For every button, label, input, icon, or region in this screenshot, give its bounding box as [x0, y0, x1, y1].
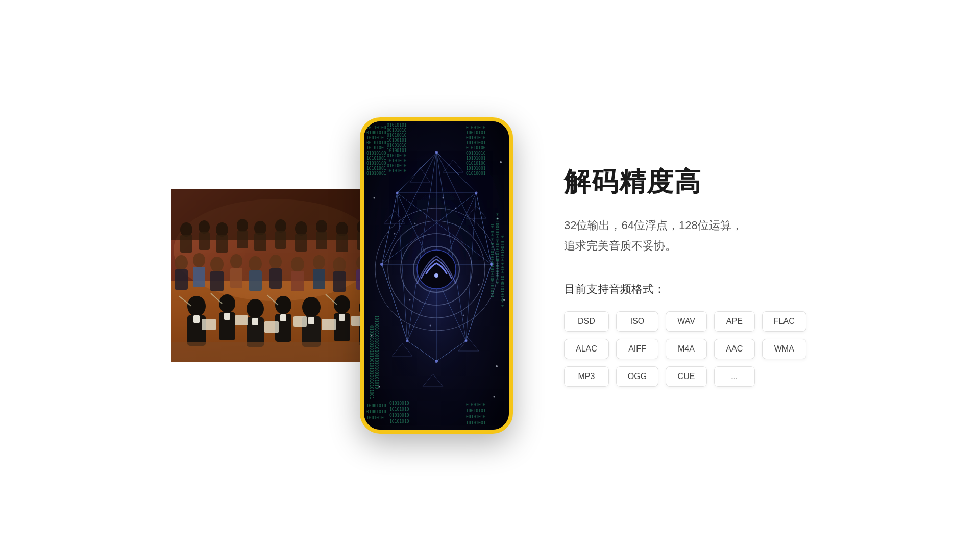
svg-text:10010101: 10010101: [466, 131, 486, 135]
svg-point-153: [443, 197, 444, 199]
svg-point-145: [380, 263, 383, 266]
svg-point-170: [500, 161, 502, 163]
svg-text:10101001: 10101001: [466, 421, 486, 425]
svg-point-150: [455, 208, 457, 209]
svg-text:10110100: 10110100: [366, 126, 386, 130]
svg-text:010100101010010101001010100101: 010100101010010101001010100101: [495, 213, 499, 287]
svg-point-152: [463, 315, 464, 316]
svg-point-148: [435, 360, 438, 363]
format-badge-iso: ISO: [616, 311, 658, 332]
svg-point-172: [497, 218, 499, 219]
svg-point-141: [435, 151, 438, 154]
svg-text:10100101: 10100101: [387, 138, 407, 143]
svg-point-144: [490, 263, 493, 266]
svg-text:01010001: 01010001: [366, 171, 386, 176]
right-content: 解码精度高 32位输出，64位浮点，128位运算， 追求完美音质不妥协。 目前支…: [513, 164, 809, 386]
svg-text:01010100: 01010100: [366, 151, 386, 156]
svg-text:01010010: 01010010: [389, 401, 409, 406]
format-badge-more: ...: [714, 366, 755, 387]
svg-point-173: [503, 299, 505, 301]
svg-text:01010100: 01010100: [466, 161, 486, 166]
svg-text:10010101: 10010101: [366, 136, 386, 140]
svg-point-149: [414, 223, 416, 224]
svg-text:10010101: 10010101: [466, 409, 486, 413]
svg-point-155: [394, 233, 396, 235]
format-badge-alac: ALAC: [564, 339, 609, 359]
svg-text:00101010: 00101010: [466, 415, 486, 419]
format-badge-aac: AAC: [714, 339, 755, 359]
format-badge-cue: CUE: [666, 366, 707, 387]
format-badge-flac: FLAC: [762, 311, 806, 332]
svg-text:10101001: 10101001: [366, 166, 386, 171]
svg-text:10101001: 10101001: [466, 166, 486, 171]
svg-text:01010100: 01010100: [366, 161, 386, 166]
svg-text:10101010: 10101010: [389, 407, 409, 412]
svg-text:10101010: 10101010: [387, 159, 407, 163]
svg-text:101001010010101001010100101010: 101001010010101001010100101010: [374, 315, 379, 389]
format-badge-mp3: MP3: [564, 366, 609, 387]
svg-text:01001010: 01001010: [466, 403, 486, 407]
svg-text:01010010: 01010010: [389, 413, 409, 418]
svg-text:101001010010101001010100101010: 101001010010101001010100101010: [489, 223, 494, 297]
svg-point-151: [409, 299, 411, 301]
formats-title: 目前支持音频格式：: [564, 282, 809, 297]
svg-text:00101010: 00101010: [387, 128, 407, 133]
format-badge-wma: WMA: [762, 339, 806, 359]
svg-text:00101010: 00101010: [466, 136, 486, 140]
svg-text:01010101: 01010101: [387, 123, 407, 128]
format-badge-ogg: OGG: [616, 366, 658, 387]
phone-mockup: 10110100 01001010 10010101 00101010 1010…: [360, 117, 513, 434]
format-badge-m4a: M4A: [666, 339, 707, 359]
svg-text:10101001: 10101001: [466, 156, 486, 161]
svg-point-147: [406, 340, 409, 342]
svg-text:01010010: 01010010: [387, 133, 407, 138]
svg-text:01001010: 01001010: [366, 410, 386, 414]
description-line2: 追求完美音质不妥协。: [564, 236, 809, 256]
svg-text:01010010: 01010010: [387, 164, 407, 168]
svg-point-156: [478, 284, 480, 286]
svg-point-162: [434, 273, 438, 278]
format-badge-dsd: DSD: [564, 311, 609, 332]
svg-text:00101010: 00101010: [366, 141, 386, 145]
svg-text:010101001010100101010010101001: 010101001010100101010010101001: [369, 325, 374, 399]
svg-text:00101010: 00101010: [466, 151, 486, 156]
svg-text:10101010: 10101010: [387, 169, 407, 173]
phone-screen: 10110100 01001010 10010101 00101010 1010…: [364, 121, 509, 430]
svg-rect-76: [171, 189, 380, 362]
svg-text:10101001: 10101001: [466, 141, 486, 145]
svg-point-175: [496, 365, 498, 367]
svg-point-171: [374, 197, 375, 199]
svg-text:10101001: 10101001: [366, 156, 386, 161]
svg-text:10101001: 10101001: [366, 146, 386, 151]
description: 32位输出，64位浮点，128位运算， 追求完美音质不妥协。: [564, 215, 809, 256]
svg-text:01001010: 01001010: [466, 126, 486, 130]
svg-point-174: [371, 335, 373, 337]
svg-text:01001010: 01001010: [387, 143, 407, 148]
svg-text:10001010: 10001010: [366, 404, 386, 408]
svg-point-143: [396, 192, 399, 194]
svg-text:10010101: 10010101: [366, 416, 386, 420]
orchestra-image: [171, 189, 380, 362]
content-wrapper: 10110100 01001010 10010101 00101010 1010…: [0, 117, 980, 434]
svg-point-177: [494, 396, 495, 398]
svg-text:01001010: 01001010: [366, 131, 386, 135]
svg-text:01010100: 01010100: [466, 146, 486, 151]
main-title: 解码精度高: [564, 164, 809, 200]
format-badge-ape: APE: [714, 311, 755, 332]
svg-text:10101010: 10101010: [389, 419, 409, 424]
svg-text:10100101: 10100101: [387, 148, 407, 153]
svg-point-142: [475, 192, 478, 194]
format-grid: DSD ISO WAV APE FLAC ALAC AIFF M4A AAC W…: [564, 311, 806, 387]
svg-text:01010001: 01010001: [466, 171, 486, 176]
main-container: 10110100 01001010 10010101 00101010 1010…: [0, 0, 980, 551]
svg-text:101010010101001010100101010010: 101010010101001010100101010010: [500, 234, 504, 308]
svg-point-154: [430, 325, 431, 327]
description-line1: 32位输出，64位浮点，128位运算，: [564, 215, 809, 236]
svg-text:01010010: 01010010: [387, 154, 407, 158]
format-badge-aiff: AIFF: [616, 339, 658, 359]
format-badge-wav: WAV: [666, 311, 707, 332]
svg-point-176: [379, 386, 380, 388]
